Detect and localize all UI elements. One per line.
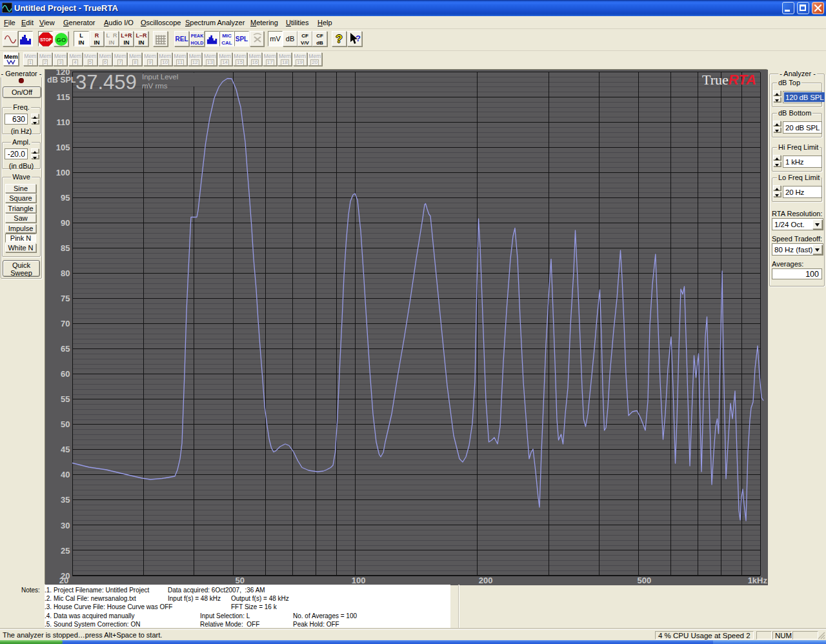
svg-text:1kHz: 1kHz <box>748 576 768 585</box>
svg-text:80: 80 <box>61 268 70 278</box>
svg-text:100: 100 <box>56 168 70 177</box>
svg-text:?: ? <box>356 34 361 43</box>
svg-text:110: 110 <box>57 117 70 127</box>
svg-text:37.459: 37.459 <box>76 71 137 94</box>
svg-text:25: 25 <box>61 546 70 556</box>
svg-text:70: 70 <box>61 319 70 328</box>
svg-text:55: 55 <box>61 394 70 404</box>
svg-text:20: 20 <box>59 576 68 585</box>
svg-text:85: 85 <box>61 243 70 253</box>
svg-text:TrueRTA: TrueRTA <box>702 72 756 88</box>
svg-text:50: 50 <box>61 419 70 429</box>
svg-text:30: 30 <box>61 521 70 530</box>
svg-text:90: 90 <box>61 218 70 228</box>
svg-text:115: 115 <box>57 92 70 102</box>
svg-text:75: 75 <box>61 294 70 303</box>
svg-text:50: 50 <box>236 576 245 585</box>
svg-text:mV rms: mV rms <box>142 82 168 90</box>
svg-text:dB SPL: dB SPL <box>47 75 76 85</box>
svg-text:100: 100 <box>352 576 366 585</box>
svg-text:105: 105 <box>56 143 70 152</box>
svg-text:200: 200 <box>479 576 493 585</box>
svg-text:35: 35 <box>61 495 70 505</box>
svg-text:Input Level: Input Level <box>142 73 178 81</box>
svg-text:STOP: STOP <box>40 37 52 42</box>
svg-text:60: 60 <box>61 369 70 379</box>
svg-text:40: 40 <box>61 470 70 479</box>
svg-text:95: 95 <box>61 193 70 203</box>
svg-text:45: 45 <box>61 445 70 454</box>
svg-text:500: 500 <box>638 576 652 585</box>
svg-text:65: 65 <box>61 344 70 354</box>
svg-text:GO: GO <box>57 36 66 43</box>
